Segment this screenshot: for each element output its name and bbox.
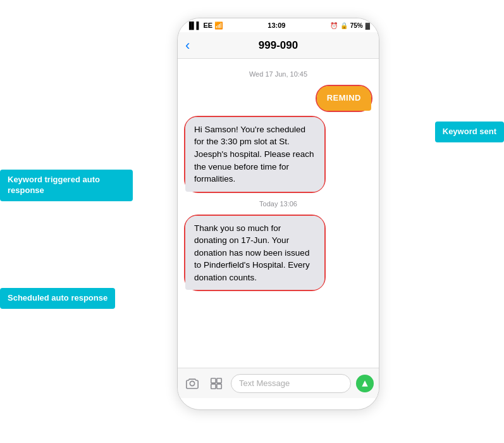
signal-bars: ▐▌▌ [187, 22, 201, 29]
message-row-scheduled: Thank you so much for donating on 17-Jun… [178, 213, 379, 294]
send-button[interactable] [356, 375, 374, 392]
lock-icon: 🔒 [340, 22, 348, 29]
keyword-triggered-label: Keyword triggered auto response [0, 170, 133, 201]
bubble-scheduled: Thank you so much for donating on 17-Jun… [185, 216, 324, 290]
nav-title: 999-090 [259, 39, 298, 52]
message-row-remind: REMIND [178, 83, 379, 114]
status-time: 13:09 [267, 22, 285, 29]
text-message-input[interactable]: Text Message [231, 374, 351, 393]
svg-rect-2 [217, 378, 221, 382]
keyword-sent-label: Keyword sent [435, 122, 504, 142]
carrier-name: EE [203, 22, 212, 29]
input-placeholder: Text Message [239, 378, 290, 388]
status-left: ▐▌▌ EE 📶 [187, 22, 223, 30]
svg-rect-1 [211, 378, 216, 382]
status-bar: ▐▌▌ EE 📶 13:09 ⏰ 🔒 75% ▓ [178, 18, 379, 32]
wifi-icon: 📶 [214, 22, 223, 30]
status-right: ⏰ 🔒 75% ▓ [330, 22, 370, 29]
input-bar: Text Message [178, 368, 379, 398]
back-button[interactable]: ‹ [185, 37, 190, 54]
battery-icon: ▓ [366, 22, 370, 29]
phone-frame: ▐▌▌ EE 📶 13:09 ⏰ 🔒 75% ▓ ‹ 999-090 Wed 1… [177, 18, 379, 410]
message-row-keyword-response: Hi Samson! You're scheduled for the 3:30… [178, 114, 379, 195]
appstore-icon[interactable] [207, 374, 226, 393]
timestamp-2: Today 13:06 [178, 200, 379, 208]
camera-icon[interactable] [183, 374, 202, 393]
battery-percent: 75% [350, 22, 363, 29]
timestamp-1: Wed 17 Jun, 10:45 [178, 70, 379, 78]
bubble-keyword-response: Hi Samson! You're scheduled for the 3:30… [185, 117, 324, 192]
svg-rect-3 [211, 384, 216, 388]
bubble-remind: REMIND [317, 86, 371, 111]
messages-area: Wed 17 Jun, 10:45 REMIND Hi Samson! You'… [178, 59, 379, 368]
scheduled-auto-response-label: Scheduled auto response [0, 288, 115, 309]
svg-rect-4 [217, 384, 221, 388]
nav-bar: ‹ 999-090 [178, 32, 379, 59]
svg-point-0 [190, 381, 194, 385]
alarm-icon: ⏰ [330, 22, 338, 29]
